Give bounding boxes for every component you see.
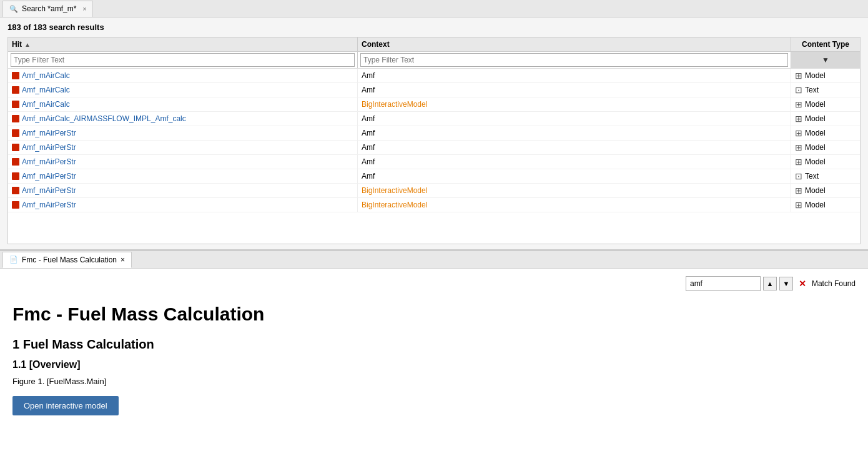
type-icon: ⊞	[795, 114, 802, 124]
type-icon: ⊞	[795, 142, 802, 152]
row-type-cell: ⊞ Model	[791, 69, 860, 82]
row-type-cell: ⊞ Model	[791, 198, 860, 212]
hit-link[interactable]: Amf_mAirCalc_AIRMASSFLOW_IMPL_Amf_calc	[22, 114, 186, 123]
doc-search-bar: ▲ ▼ ✕ Match Found	[686, 276, 856, 291]
type-label: Model	[805, 157, 826, 166]
table-row[interactable]: Amf_mAirPerStr BigInteractiveModel ⊞ Mod…	[8, 198, 860, 212]
row-hit-cell: Amf_mAirPerStr	[8, 141, 358, 154]
table-row[interactable]: Amf_mAirPerStr Amf ⊞ Model	[8, 141, 860, 155]
type-icon: ⊡	[795, 85, 802, 95]
row-hit-cell: Amf_mAirPerStr	[8, 169, 358, 183]
row-context-cell: Amf	[358, 169, 791, 183]
row-context-cell: Amf	[358, 141, 791, 154]
table-row[interactable]: Amf_mAirPerStr Amf ⊞ Model	[8, 155, 860, 169]
row-context-cell: Amf	[358, 126, 791, 140]
doc-tab-icon: 📄	[9, 255, 18, 264]
row-context-cell: Amf	[358, 155, 791, 169]
table-row[interactable]: Amf_mAirCalc Amf ⊞ Model	[8, 69, 860, 83]
table-row[interactable]: Amf_mAirCalc Amf ⊡ Text	[8, 83, 860, 97]
hit-icon	[12, 101, 19, 108]
type-icon: ⊞	[795, 99, 802, 109]
type-icon: ⊡	[795, 171, 802, 181]
table-row[interactable]: Amf_mAirPerStr Amf ⊡ Text	[8, 169, 860, 184]
table-row[interactable]: Amf_mAirCalc_AIRMASSFLOW_IMPL_Amf_calc A…	[8, 112, 860, 126]
hit-filter-input[interactable]	[11, 53, 355, 67]
doc-tab-label: Fmc - Fuel Mass Calculation	[22, 255, 117, 264]
row-type-cell: ⊞ Model	[791, 155, 860, 169]
search-tab[interactable]: 🔍 Search *amf_m* ×	[2, 1, 93, 17]
hit-link[interactable]: Amf_mAirPerStr	[22, 143, 76, 152]
context-link[interactable]: BigInteractiveModel	[362, 186, 427, 195]
type-label: Text	[805, 172, 819, 181]
hit-link[interactable]: Amf_mAirCalc	[22, 71, 70, 80]
doc-figure: Figure 1. [FuelMass.Main]	[12, 377, 856, 386]
doc-heading-2: 1.1 [Overview]	[12, 359, 856, 370]
search-tab-label: Search *amf_m*	[22, 4, 76, 13]
type-label: Model	[805, 100, 826, 109]
context-link[interactable]: BigInteractiveModel	[362, 100, 427, 109]
table-row[interactable]: Amf_mAirCalc BigInteractiveModel ⊞ Model	[8, 97, 860, 112]
hit-icon	[12, 158, 19, 166]
filter-cell-context	[358, 52, 791, 68]
search-prev-button[interactable]: ▲	[763, 277, 777, 290]
col-hit-header[interactable]: Hit ▲	[8, 37, 358, 51]
row-hit-cell: Amf_mAirPerStr	[8, 126, 358, 140]
hit-link[interactable]: Amf_mAirCalc	[22, 100, 70, 109]
type-icon: ⊞	[795, 71, 802, 81]
type-icon: ⊞	[795, 200, 802, 210]
doc-tab-bar: 📄 Fmc - Fuel Mass Calculation ×	[0, 251, 868, 269]
hit-icon	[12, 115, 19, 122]
type-label: Text	[805, 86, 819, 94]
doc-panel: 📄 Fmc - Fuel Mass Calculation × ▲ ▼ ✕ Ma…	[0, 250, 868, 476]
hit-link[interactable]: Amf_mAirPerStr	[22, 186, 76, 195]
row-hit-cell: Amf_mAirCalc	[8, 83, 358, 97]
doc-search-input[interactable]	[686, 276, 761, 291]
doc-content: ▲ ▼ ✕ Match Found Fmc - Fuel Mass Calcul…	[0, 269, 868, 476]
doc-tab-close[interactable]: ×	[121, 255, 125, 264]
table-body: Amf_mAirCalc Amf ⊞ Model Amf_mAirCalc Am…	[8, 69, 860, 212]
col-content-type-header[interactable]: Content Type	[791, 37, 860, 51]
row-hit-cell: Amf_mAirCalc	[8, 97, 358, 111]
hit-icon	[12, 72, 19, 79]
row-hit-cell: Amf_mAirPerStr	[8, 184, 358, 197]
context-filter-input[interactable]	[360, 53, 788, 67]
hit-icon	[12, 187, 19, 194]
row-type-cell: ⊞ Model	[791, 112, 860, 126]
row-context-cell: BigInteractiveModel	[358, 97, 791, 111]
row-type-cell: ⊞ Model	[791, 141, 860, 154]
hit-link[interactable]: Amf_mAirPerStr	[22, 201, 76, 209]
match-found-label: Match Found	[812, 279, 856, 288]
table-row[interactable]: Amf_mAirPerStr BigInteractiveModel ⊞ Mod…	[8, 184, 860, 198]
open-interactive-model-button[interactable]: Open interactive model	[12, 396, 119, 415]
type-label: Model	[805, 71, 826, 80]
hit-link[interactable]: Amf_mAirCalc	[22, 86, 70, 94]
doc-tab[interactable]: 📄 Fmc - Fuel Mass Calculation ×	[2, 252, 132, 268]
search-next-button[interactable]: ▼	[779, 277, 793, 290]
doc-title: Fmc - Fuel Mass Calculation	[12, 304, 856, 325]
hit-icon	[12, 201, 19, 209]
filter-cell-type[interactable]: ▼	[791, 52, 860, 68]
doc-heading-1: 1 Fuel Mass Calculation	[12, 337, 856, 352]
search-clear-button[interactable]: ✕	[796, 277, 809, 290]
table-row[interactable]: Amf_mAirPerStr Amf ⊞ Model	[8, 126, 860, 141]
content-type-col-label: Content Type	[802, 40, 849, 49]
row-context-cell: Amf	[358, 69, 791, 82]
hit-link[interactable]: Amf_mAirPerStr	[22, 157, 76, 166]
context-col-label: Context	[362, 40, 390, 49]
context-text: Amf	[362, 86, 375, 94]
type-icon: ⊞	[795, 128, 802, 138]
type-icon: ⊞	[795, 186, 802, 196]
search-tab-icon: 🔍	[9, 5, 18, 13]
row-hit-cell: Amf_mAirPerStr	[8, 155, 358, 169]
hit-link[interactable]: Amf_mAirPerStr	[22, 129, 76, 137]
search-tab-close[interactable]: ×	[82, 6, 86, 12]
results-count: 183 of 183 search results	[7, 22, 861, 32]
filter-row: ▼	[8, 52, 860, 69]
row-context-cell: Amf	[358, 83, 791, 97]
hit-link[interactable]: Amf_mAirPerStr	[22, 172, 76, 181]
table-header: Hit ▲ Context Content Type	[8, 37, 860, 52]
hit-icon	[12, 86, 19, 94]
row-hit-cell: Amf_mAirCalc	[8, 69, 358, 82]
col-context-header[interactable]: Context	[358, 37, 791, 51]
context-link[interactable]: BigInteractiveModel	[362, 201, 427, 209]
